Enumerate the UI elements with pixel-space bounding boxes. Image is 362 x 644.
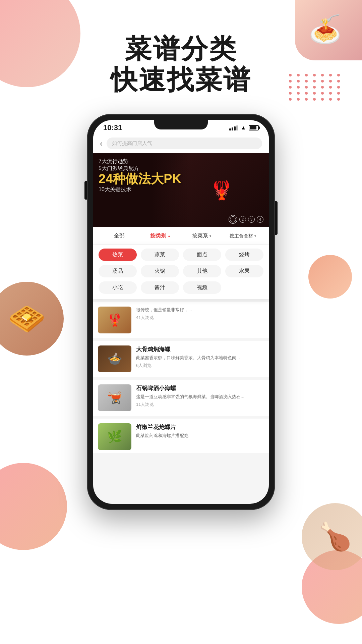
filter-category-arrow: ▲ bbox=[168, 234, 171, 238]
main-title-block: 菜谱分类 快速找菜谱 bbox=[0, 34, 362, 95]
filter-tab-cuisine[interactable]: 按菜系 ▾ bbox=[181, 231, 222, 241]
recipe-title-3: 鲜椒兰花炝螺片 bbox=[136, 423, 264, 431]
recipe-desc-3: 此菜烩茼蒿和海螺片搭配炝 bbox=[136, 432, 264, 439]
title-line2: 快速找菜谱 bbox=[0, 64, 362, 95]
filter-all-label: 全部 bbox=[114, 232, 125, 239]
recipe-views-1: 6人浏览 bbox=[136, 363, 264, 369]
phone-power-button bbox=[275, 201, 278, 235]
recipe-info-1: 大骨鸡焖海螺 此菜酱香浓郁，口味鲜美香浓。大骨鸡为本地特色肉... 6人浏览 bbox=[136, 345, 264, 372]
banner-line4: 10大关键技术 bbox=[99, 186, 181, 193]
food-image-right-bottom: 🍗 bbox=[302, 503, 362, 570]
wifi-icon: ▲ bbox=[241, 125, 246, 131]
recipe-item-1[interactable]: 🍲 大骨鸡焖海螺 此菜酱香浓郁，口味鲜美香浓。大骨鸡为本地特色肉... 6人浏览 bbox=[93, 341, 269, 377]
recipe-thumb-0: 🦞 bbox=[98, 307, 131, 333]
category-grid: 热菜 凉菜 面点 烧烤 汤品 火锅 其他 水果 小吃 酱汁 视频 bbox=[93, 245, 269, 299]
recipe-thumb-2: 🫕 bbox=[98, 384, 131, 411]
recipe-desc-0: 很传统，但是销量非常好，... bbox=[136, 307, 264, 313]
filter-ingredient-arrow: ▾ bbox=[254, 234, 256, 238]
recipe-item-3[interactable]: 🌿 鲜椒兰花炝螺片 此菜烩茼蒿和海螺片搭配炝 bbox=[93, 419, 269, 453]
banner-big-text: 24种做法大PK bbox=[99, 172, 181, 186]
title-line1: 菜谱分类 bbox=[0, 34, 362, 64]
filter-tabs: 全部 按类别 ▲ 按菜系 ▾ 按主食食材 ▾ bbox=[93, 227, 269, 245]
chip-video[interactable]: 视频 bbox=[183, 281, 221, 294]
recipe-desc-2: 这是一道互动感非常强的气氛海鲜菜。当啤酒浇入热石... bbox=[136, 393, 264, 400]
phone-frame: 10:31 ▲ ‹ 如何提高 bbox=[87, 114, 275, 510]
status-icons: ▲ bbox=[229, 125, 259, 131]
phone-notch bbox=[154, 120, 208, 129]
banner-food-image: 🦞 bbox=[210, 179, 233, 201]
chip-pastry[interactable]: 面点 bbox=[183, 249, 221, 261]
battery-icon bbox=[249, 125, 259, 130]
banner[interactable]: 🦞 7大流行趋势 5大门派经典配方 24种做法大PK 10大关键技术 2 3 4 bbox=[93, 153, 269, 227]
filter-category-label: 按类别 bbox=[150, 232, 166, 239]
filter-panel: 全部 按类别 ▲ 按菜系 ▾ 按主食食材 ▾ bbox=[93, 227, 269, 299]
chip-snack[interactable]: 小吃 bbox=[99, 281, 137, 294]
recipe-list: 🦞 很传统，但是销量非常好，... 41人浏览 🍲 大骨鸡焖海螺 此菜酱香浓郁，… bbox=[93, 299, 269, 453]
filter-tab-all[interactable]: 全部 bbox=[99, 231, 140, 241]
recipe-info-0: 很传统，但是销量非常好，... 41人浏览 bbox=[136, 307, 264, 333]
recipe-item-2[interactable]: 🫕 石锅啤酒小海螺 这是一道互动感非常强的气氛海鲜菜。当啤酒浇入热石... 11… bbox=[93, 380, 269, 416]
recipe-info-2: 石锅啤酒小海螺 这是一道互动感非常强的气氛海鲜菜。当啤酒浇入热石... 11人浏… bbox=[136, 384, 264, 411]
chip-cold-dishes[interactable]: 凉菜 bbox=[141, 249, 179, 261]
search-bar: ‹ 如何提高门店人气 bbox=[93, 135, 269, 153]
phone-screen: 10:31 ▲ ‹ 如何提高 bbox=[93, 120, 269, 504]
search-input[interactable]: 如何提高门店人气 bbox=[107, 138, 262, 149]
bg-circle-right-mid bbox=[308, 255, 352, 299]
back-button[interactable]: ‹ bbox=[100, 139, 103, 148]
recipe-thumb-1: 🍲 bbox=[98, 345, 131, 372]
recipe-desc-1: 此菜酱香浓郁，口味鲜美香浓。大骨鸡为本地特色肉... bbox=[136, 355, 264, 361]
recipe-info-3: 鲜椒兰花炝螺片 此菜烩茼蒿和海螺片搭配炝 bbox=[136, 423, 264, 450]
recipe-title-1: 大骨鸡焖海螺 bbox=[136, 345, 264, 353]
search-placeholder: 如何提高门店人气 bbox=[112, 140, 152, 147]
chip-fruit[interactable]: 水果 bbox=[225, 265, 263, 277]
phone-volume-button bbox=[84, 181, 87, 200]
banner-line2: 5大门派经典配方 bbox=[99, 165, 181, 172]
recipe-views-2: 11人浏览 bbox=[136, 401, 264, 408]
filter-ingredient-label: 按主食食材 bbox=[230, 233, 253, 239]
status-time: 10:31 bbox=[103, 123, 122, 132]
chip-hot-dishes[interactable]: 热菜 bbox=[99, 249, 137, 261]
chip-sauce[interactable]: 酱汁 bbox=[141, 281, 179, 294]
banner-line1: 7大流行趋势 bbox=[99, 158, 181, 165]
chip-soup[interactable]: 汤品 bbox=[99, 265, 137, 277]
recipe-item-0[interactable]: 🦞 很传统，但是销量非常好，... 41人浏览 bbox=[93, 302, 269, 338]
phone-mockup: 10:31 ▲ ‹ 如何提高 bbox=[87, 114, 275, 510]
chip-other[interactable]: 其他 bbox=[183, 265, 221, 277]
chip-bbq[interactable]: 烧烤 bbox=[225, 249, 263, 261]
recipe-views-0: 41人浏览 bbox=[136, 315, 264, 321]
food-image-left-mid: 🧇 bbox=[0, 282, 64, 356]
bg-decoration-bottom-left bbox=[0, 463, 67, 550]
filter-cuisine-arrow: ▾ bbox=[209, 234, 211, 238]
chip-hotpot[interactable]: 火锅 bbox=[141, 265, 179, 277]
recipe-thumb-3: 🌿 bbox=[98, 423, 131, 450]
filter-cuisine-label: 按菜系 bbox=[192, 232, 208, 239]
recipe-title-2: 石锅啤酒小海螺 bbox=[136, 384, 264, 392]
filter-tab-ingredient[interactable]: 按主食食材 ▾ bbox=[222, 231, 263, 241]
signal-icon bbox=[229, 125, 238, 130]
filter-tab-category[interactable]: 按类别 ▲ bbox=[140, 231, 181, 241]
